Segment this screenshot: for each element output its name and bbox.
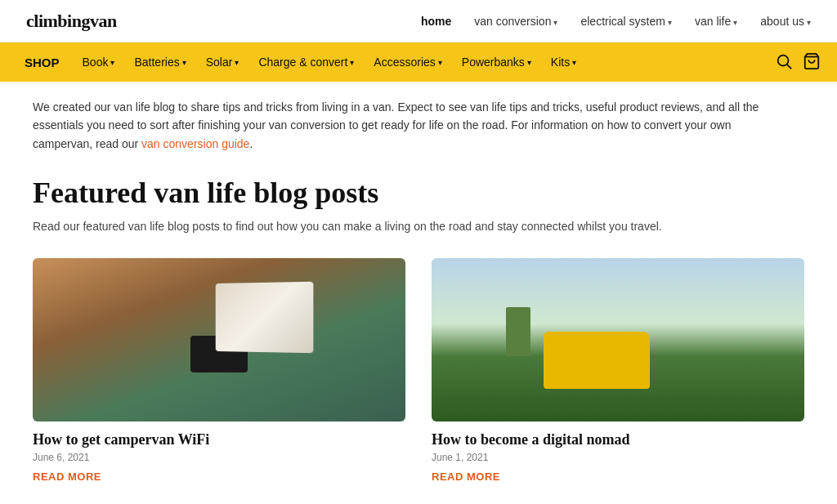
shop-bar-charge-convert[interactable]: Charge & convert▾ [250, 42, 362, 82]
chevron-down-icon: ▾ [110, 58, 114, 67]
featured-title: Featured van life blog posts [33, 176, 804, 210]
blog-card-wifi-date: June 6, 2021 [33, 452, 405, 463]
blog-card-wifi-image [33, 258, 405, 421]
cart-button[interactable] [803, 52, 821, 73]
featured-subtitle: Read our featured van life blog posts to… [33, 218, 804, 235]
blog-card-nomad: How to become a digital nomad June 1, 20… [432, 258, 804, 483]
nav-link-electrical-system[interactable]: electrical system▾ [580, 15, 671, 28]
nav-item-van-conversion[interactable]: van conversion▾ [474, 15, 557, 28]
shop-bar-powerbanks[interactable]: Powerbanks▾ [454, 42, 539, 82]
shop-bar-batteries[interactable]: Batteries▾ [126, 42, 194, 82]
chevron-down-icon: ▾ [527, 58, 531, 67]
intro-text: We created our van life blog to share ti… [33, 98, 785, 153]
blog-card-nomad-image [432, 258, 804, 421]
blog-card-nomad-read-more[interactable]: READ MORE [432, 471, 500, 483]
top-nav-links: home van conversion▾ electrical system▾ … [421, 15, 811, 28]
top-nav: climbingvan home van conversion▾ electri… [0, 0, 837, 42]
shop-label[interactable]: SHOP [16, 42, 68, 82]
blog-card-nomad-title: How to become a digital nomad [432, 431, 804, 448]
main-content: We created our van life blog to share ti… [0, 82, 837, 504]
shop-bar-book[interactable]: Book▾ [74, 42, 123, 82]
nav-link-about-us[interactable]: about us▾ [760, 15, 811, 28]
chevron-down-icon: ▾ [807, 18, 811, 27]
svg-line-1 [787, 65, 791, 69]
shop-bar: SHOP Book▾ Batteries▾ Solar▾ Charge & co… [0, 42, 837, 82]
nav-link-van-life[interactable]: van life▾ [695, 15, 737, 28]
chevron-down-icon: ▾ [733, 18, 737, 27]
svg-point-0 [778, 55, 789, 65]
shop-bar-icons [775, 52, 821, 73]
blog-cards: How to get campervan WiFi June 6, 2021 R… [33, 258, 804, 483]
chevron-down-icon: ▾ [668, 18, 672, 27]
shop-bar-solar[interactable]: Solar▾ [198, 42, 248, 82]
nav-item-van-life[interactable]: van life▾ [695, 15, 737, 28]
shop-bar-accessories[interactable]: Accessories▾ [365, 42, 450, 82]
blog-card-nomad-date: June 1, 2021 [432, 452, 804, 463]
shop-bar-kits[interactable]: Kits▾ [543, 42, 584, 82]
chevron-down-icon: ▾ [182, 58, 186, 67]
search-button[interactable] [775, 52, 793, 73]
chevron-down-icon: ▾ [553, 18, 557, 27]
van-image-placeholder [432, 258, 804, 421]
wifi-image-placeholder [33, 258, 405, 421]
intro-text-after: . [249, 137, 253, 150]
search-icon [775, 52, 793, 70]
nav-link-home[interactable]: home [421, 15, 451, 28]
nav-item-about-us[interactable]: about us▾ [760, 15, 811, 28]
chevron-down-icon: ▾ [350, 58, 354, 67]
chevron-down-icon: ▾ [438, 58, 442, 67]
nav-item-electrical-system[interactable]: electrical system▾ [580, 15, 671, 28]
chevron-down-icon: ▾ [235, 58, 239, 67]
logo[interactable]: climbingvan [26, 11, 117, 32]
chevron-down-icon: ▾ [572, 58, 576, 67]
nav-link-van-conversion[interactable]: van conversion▾ [474, 15, 557, 28]
blog-card-wifi-read-more[interactable]: READ MORE [33, 471, 101, 483]
blog-card-wifi-title: How to get campervan WiFi [33, 431, 405, 448]
cart-icon [803, 52, 821, 70]
van-conversion-guide-link[interactable]: van conversion guide [141, 137, 249, 150]
blog-card-wifi: How to get campervan WiFi June 6, 2021 R… [33, 258, 405, 483]
nav-item-home[interactable]: home [421, 15, 451, 28]
